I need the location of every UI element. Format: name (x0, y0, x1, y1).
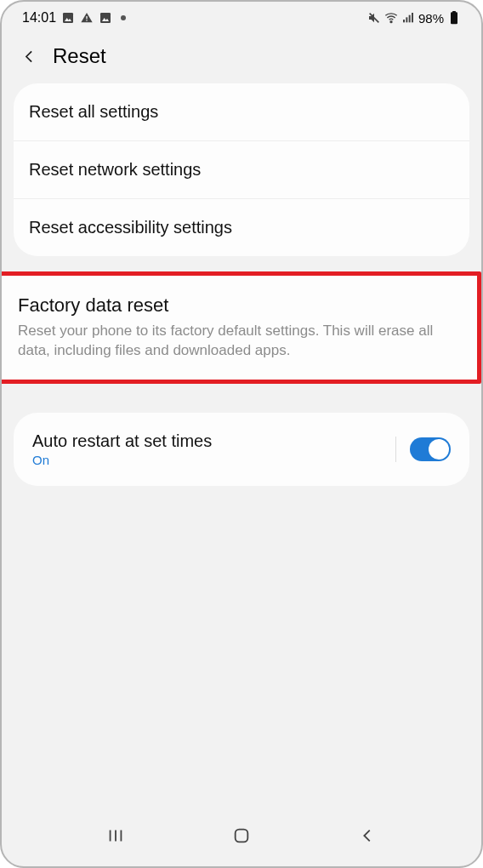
battery-percentage: 98% (418, 11, 444, 26)
svg-rect-14 (451, 12, 457, 24)
svg-rect-11 (409, 15, 411, 23)
reset-accessibility-settings[interactable]: Reset accessibility settings (14, 199, 469, 256)
content-area: Reset all settings Reset network setting… (2, 83, 481, 486)
wifi-icon (384, 11, 398, 25)
back-button[interactable] (17, 44, 41, 68)
image-icon-2 (99, 11, 112, 25)
svg-rect-5 (100, 13, 111, 23)
svg-rect-4 (86, 20, 87, 20)
device-frame: 14:01 98% (0, 0, 483, 868)
auto-restart-title: Auto restart at set times (32, 431, 382, 451)
list-item-label: Reset all settings (29, 102, 158, 121)
reset-network-settings[interactable]: Reset network settings (14, 141, 469, 199)
list-item-label: Reset network settings (29, 160, 201, 179)
svg-rect-12 (412, 13, 413, 22)
svg-point-8 (390, 21, 392, 23)
list-item-label: Reset accessibility settings (29, 218, 232, 237)
status-bar: 14:01 98% (2, 2, 481, 31)
svg-rect-10 (406, 17, 407, 22)
factory-reset-title: Factory data reset (18, 294, 462, 317)
svg-rect-3 (86, 16, 87, 19)
svg-rect-18 (236, 830, 248, 842)
warning-icon (80, 11, 94, 25)
home-button[interactable] (230, 824, 253, 848)
more-indicator-icon (121, 15, 126, 20)
factory-reset-description: Reset your phone to its factory default … (18, 322, 462, 361)
auto-restart-info[interactable]: Auto restart at set times On (32, 431, 382, 467)
factory-data-reset[interactable]: Factory data reset Reset your phone to i… (0, 271, 481, 384)
svg-rect-9 (403, 20, 405, 22)
back-nav-button[interactable] (355, 824, 379, 848)
toggle-knob (429, 439, 449, 460)
auto-restart-card: Auto restart at set times On (14, 413, 469, 486)
status-bar-left: 14:01 (22, 10, 126, 26)
battery-icon (447, 11, 461, 25)
status-time: 14:01 (22, 10, 56, 26)
status-bar-right: 98% (367, 11, 461, 26)
page-title: Reset (53, 44, 106, 68)
reset-all-settings[interactable]: Reset all settings (14, 83, 469, 141)
separator (395, 437, 396, 462)
mute-icon (367, 11, 381, 25)
image-icon (61, 11, 75, 25)
svg-rect-0 (63, 13, 73, 23)
app-header: Reset (2, 31, 481, 83)
recents-button[interactable] (104, 824, 128, 848)
signal-icon (401, 11, 415, 25)
reset-options-card: Reset all settings Reset network setting… (14, 83, 469, 256)
auto-restart-toggle[interactable] (410, 437, 451, 461)
auto-restart-status: On (32, 453, 382, 467)
navigation-bar (2, 812, 481, 859)
